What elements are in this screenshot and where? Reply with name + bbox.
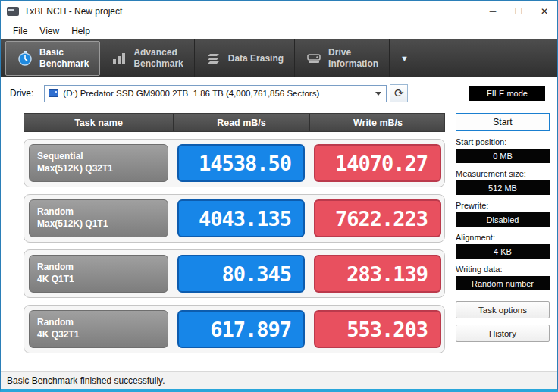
- minimize-button[interactable]: ─: [480, 1, 506, 22]
- header-task-name: Task name: [24, 114, 173, 131]
- menu-item-file[interactable]: File: [7, 24, 33, 39]
- tab-basic-benchmark[interactable]: Basic Benchmark: [5, 41, 100, 76]
- prewrite-label: Prewrite:: [456, 201, 550, 210]
- tab-label-line1: Advanced: [133, 47, 183, 58]
- measurement-size-label: Measurement size:: [456, 169, 550, 178]
- task-button-sequential-q32t1[interactable]: Sequential Max(512K) Q32T1: [29, 144, 168, 182]
- history-button[interactable]: History: [456, 325, 550, 342]
- header-write: Write mB/s: [309, 114, 446, 131]
- txbench-window: TxBENCH - New project ─ ☐ ✕ File View He…: [0, 0, 558, 392]
- tab-overflow-arrow-icon[interactable]: ▼: [400, 54, 409, 63]
- alignment-field[interactable]: 4 KB: [456, 244, 550, 259]
- settings-sidebar: Start Start position: 0 MB Measurement s…: [456, 113, 550, 371]
- tab-label: Drive Information: [328, 47, 378, 70]
- tab-label-line1: Drive: [328, 47, 378, 58]
- drive-select[interactable]: (D:) Predator SSD GM9000 2TB 1.86 TB (4,…: [44, 85, 387, 102]
- refresh-button[interactable]: ⟳: [390, 84, 408, 102]
- task-line2: Max(512K) Q32T1: [37, 163, 168, 175]
- task-line1: Sequential: [37, 151, 168, 163]
- window-controls: ─ ☐ ✕: [480, 1, 557, 22]
- window-title: TxBENCH - New project: [24, 6, 122, 17]
- drive-label: Drive:: [10, 88, 33, 99]
- read-value: 617.897: [177, 310, 305, 348]
- task-line1: Random: [37, 262, 168, 274]
- task-line2: Max(512K) Q1T1: [37, 218, 168, 230]
- table-row: Random Max(512K) Q1T1 4043.135 7622.223: [24, 194, 445, 243]
- status-text: Basic Benchmark finished successfully.: [7, 375, 165, 386]
- file-mode-badge: FILE mode: [469, 86, 545, 101]
- tab-advanced-benchmark[interactable]: Advanced Benchmark: [100, 39, 194, 77]
- benchmark-table: Task name Read mB/s Write mB/s Sequentia…: [24, 113, 445, 371]
- tab-data-erasing[interactable]: Data Erasing: [195, 39, 295, 77]
- writing-data-label: Writing data:: [456, 265, 550, 274]
- task-line1: Random: [37, 317, 168, 329]
- main: Task name Read mB/s Write mB/s Sequentia…: [1, 107, 557, 371]
- write-value: 553.203: [314, 310, 441, 348]
- read-value: 4043.135: [177, 199, 305, 237]
- refresh-icon: ⟳: [394, 86, 404, 100]
- tab-label: Advanced Benchmark: [133, 47, 183, 70]
- tab-label: Data Erasing: [228, 53, 284, 64]
- writing-data-field[interactable]: Random number: [456, 276, 550, 290]
- tab-label: Basic Benchmark: [39, 47, 89, 70]
- task-button-random-512k-q1t1[interactable]: Random Max(512K) Q1T1: [29, 199, 168, 237]
- maximize-button[interactable]: ☐: [506, 1, 531, 22]
- write-value: 14070.27: [314, 144, 441, 182]
- task-button-random-4k-q32t1[interactable]: Random 4K Q32T1: [29, 310, 168, 348]
- write-value: 7622.223: [314, 199, 441, 237]
- start-position-field[interactable]: 0 MB: [456, 149, 550, 163]
- tab-label-line1: Data Erasing: [228, 53, 284, 64]
- table-row: Random 4K Q1T1 80.345 283.139: [24, 249, 445, 298]
- table-row: Sequential Max(512K) Q32T1 14538.50 1407…: [24, 139, 445, 187]
- tab-label-line2: Information: [328, 58, 378, 70]
- task-button-random-4k-q1t1[interactable]: Random 4K Q1T1: [29, 255, 168, 293]
- alignment-label: Alignment:: [456, 233, 550, 242]
- header-read: Read mB/s: [173, 114, 309, 131]
- tab-drive-information[interactable]: Drive Information: [295, 39, 390, 77]
- table-header: Task name Read mB/s Write mB/s: [24, 113, 445, 132]
- read-value: 80.345: [177, 255, 305, 293]
- read-value: 14538.50: [177, 144, 305, 182]
- app-icon: [7, 7, 19, 16]
- bar-chart-icon: [111, 50, 127, 67]
- table-row: Random 4K Q32T1 617.897 553.203: [24, 305, 445, 353]
- titlebar: TxBENCH - New project ─ ☐ ✕: [1, 1, 557, 22]
- measurement-size-field[interactable]: 512 MB: [456, 180, 550, 195]
- drive-icon: [306, 50, 322, 67]
- drive-row: Drive: (D:) Predator SSD GM9000 2TB 1.86…: [1, 77, 557, 107]
- drive-select-value: (D:) Predator SSD GM9000 2TB 1.86 TB (4,…: [63, 89, 372, 98]
- start-button[interactable]: Start: [456, 113, 550, 131]
- task-line2: 4K Q1T1: [37, 274, 168, 286]
- stopwatch-icon: [17, 50, 33, 67]
- menubar: File View Help: [1, 22, 557, 39]
- statusbar: Basic Benchmark finished successfully.: [1, 371, 557, 389]
- eraser-icon: [205, 50, 222, 67]
- write-value: 283.139: [314, 255, 441, 293]
- content: Drive: (D:) Predator SSD GM9000 2TB 1.86…: [1, 77, 557, 371]
- task-line1: Random: [37, 206, 168, 218]
- menu-item-help[interactable]: Help: [65, 24, 96, 39]
- prewrite-field[interactable]: Disabled: [456, 212, 550, 227]
- tabbar: Basic Benchmark Advanced Benchmark Data …: [1, 39, 557, 77]
- task-line2: 4K Q32T1: [37, 329, 168, 341]
- menu-item-view[interactable]: View: [33, 24, 65, 39]
- chevron-down-icon: [372, 86, 384, 101]
- task-options-button[interactable]: Task options: [456, 301, 550, 318]
- close-button[interactable]: ✕: [531, 1, 557, 22]
- tab-label-line2: Benchmark: [39, 58, 89, 70]
- drive-chip-icon: [49, 89, 58, 97]
- tab-label-line2: Benchmark: [133, 58, 183, 70]
- tab-label-line1: Basic: [39, 47, 89, 58]
- start-position-label: Start position:: [456, 137, 550, 146]
